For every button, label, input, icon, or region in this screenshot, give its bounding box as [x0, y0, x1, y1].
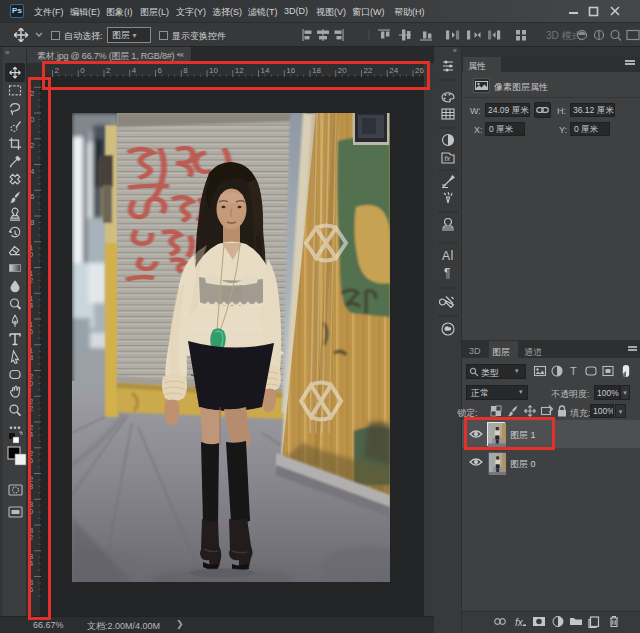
svg-text:T: T — [570, 365, 577, 377]
svg-text:¶: ¶ — [444, 266, 450, 280]
svg-text:«: « — [453, 47, 457, 54]
svg-text:A: A — [442, 249, 450, 263]
svg-text:fx: fx — [515, 617, 524, 628]
svg-text:fx: fx — [445, 155, 451, 162]
